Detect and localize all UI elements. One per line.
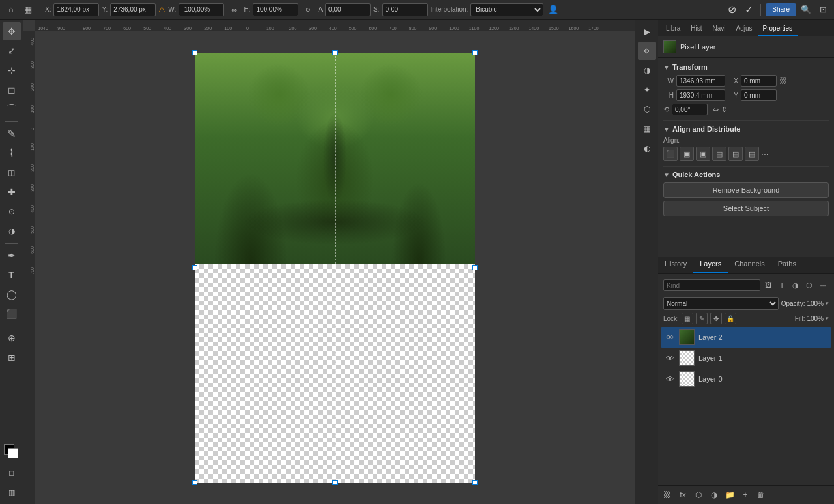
person-button[interactable]: 👤 — [546, 3, 560, 17]
lock-pixels-btn[interactable]: ▦ — [682, 313, 693, 324]
paths-tab[interactable]: Paths — [771, 257, 803, 273]
align-header[interactable]: ▼ Align and Distribute — [663, 125, 829, 133]
transform-header[interactable]: ▼ Transform — [663, 63, 829, 71]
angle-input[interactable]: 0,00 — [328, 6, 367, 13]
confirm-button[interactable]: ✓ — [741, 3, 756, 17]
width-input[interactable]: 1346,93 mm — [676, 75, 725, 87]
handle-tm[interactable] — [332, 50, 338, 55]
text-tool[interactable]: T — [3, 266, 21, 284]
fill-tool[interactable]: ⬛ — [3, 305, 21, 323]
layer1-visibility-icon[interactable]: 👁 — [665, 354, 675, 363]
delete-layer-btn[interactable]: 🗑 — [755, 488, 768, 501]
clone-tool[interactable]: ⊙ — [3, 203, 21, 221]
chain-icon[interactable]: ⛓ — [779, 76, 787, 85]
handle-ml[interactable] — [192, 265, 197, 270]
crop-tool[interactable]: ⊹ — [3, 61, 21, 79]
lock-paint-btn[interactable]: ✎ — [696, 313, 708, 324]
y-prop-input[interactable]: 0 mm — [741, 89, 777, 101]
fx-btn[interactable]: fx — [676, 488, 689, 501]
search-button[interactable]: 🔍 — [799, 3, 813, 17]
styles-btn[interactable]: ◐ — [638, 139, 656, 158]
expand-tool[interactable]: ⊞ — [3, 348, 21, 367]
layers-tab[interactable]: Layers — [693, 257, 728, 273]
flip-h-icon[interactable]: ⇔ — [713, 105, 719, 114]
constrain-button[interactable]: ⊙ — [301, 3, 315, 17]
home-button[interactable]: ⌂ — [4, 3, 18, 17]
eraser-tool[interactable]: ◫ — [3, 163, 21, 182]
group-btn[interactable]: 📁 — [723, 488, 736, 501]
layer-item-layer1[interactable]: 👁 Layer 1 — [661, 348, 831, 369]
new-layer-btn[interactable]: + — [739, 488, 752, 501]
flip-v-icon[interactable]: ⇕ — [721, 105, 727, 114]
handle-bl[interactable] — [192, 480, 197, 485]
x-prop-input[interactable]: 0 mm — [741, 75, 777, 87]
handle-br[interactable] — [472, 480, 478, 485]
link-layers-btn[interactable]: ⛓ — [661, 488, 674, 501]
layer-item-layer0[interactable]: 👁 Layer 0 — [661, 369, 831, 389]
align-more-btn[interactable]: ··· — [761, 147, 769, 161]
opacity-dropdown-icon[interactable]: ▾ — [826, 300, 829, 307]
selection-tool[interactable]: ◻ — [3, 81, 21, 99]
select-subject-button[interactable]: Select Subject — [663, 201, 829, 216]
layer0-visibility-icon[interactable]: 👁 — [665, 374, 675, 384]
handle-bm[interactable] — [332, 480, 338, 485]
new-pixel-btn[interactable]: 🖼 — [762, 279, 774, 291]
link-button[interactable]: ∞ — [227, 3, 241, 17]
mask-layer-btn[interactable]: ⬡ — [803, 279, 815, 291]
y-input[interactable]: 2736,00 px — [113, 6, 152, 13]
channels-tab[interactable]: Channels — [728, 257, 771, 273]
zoom-tool[interactable]: ⊕ — [3, 329, 21, 347]
tab-properties[interactable]: Properties — [758, 22, 798, 36]
shear-input[interactable]: 0,00 — [386, 6, 425, 13]
canvas-area[interactable]: -1040 -900 -800 -700 -600 -500 -400 -300… — [23, 20, 635, 504]
move-tool[interactable]: ✥ — [3, 22, 21, 40]
adjustment-layer-btn[interactable]: ◑ — [790, 279, 801, 291]
handle-mr[interactable] — [472, 265, 478, 270]
history-tab[interactable]: History — [658, 257, 693, 273]
fullscreen-button[interactable]: ⊡ — [816, 3, 830, 17]
quick-mask[interactable]: ▥ — [3, 483, 21, 501]
quick-actions-header[interactable]: ▼ Quick Actions — [663, 171, 829, 178]
x-input[interactable]: 1824,00 px — [57, 6, 96, 13]
view-toggle-btn[interactable]: ▶ — [638, 22, 656, 40]
layer2-visibility-icon[interactable]: 👁 — [665, 333, 675, 343]
swatches-btn[interactable]: ▦ — [638, 120, 656, 138]
view-mode-toggle[interactable]: ◻ — [3, 464, 21, 482]
remove-background-button[interactable]: Remove Background — [663, 182, 829, 198]
handle-tr[interactable] — [472, 50, 478, 55]
tab-navi[interactable]: Navi — [707, 22, 730, 36]
h-input[interactable]: 100,00% — [256, 6, 295, 13]
angle-prop-input[interactable]: 0,00° — [672, 104, 708, 115]
cancel-button[interactable]: ⊘ — [725, 3, 739, 17]
pixel-btn[interactable]: ⬡ — [638, 100, 656, 119]
background-color[interactable] — [8, 448, 18, 458]
w-input[interactable]: -100,00% — [182, 6, 221, 13]
persona-button[interactable]: ▦ — [21, 3, 35, 17]
more-layers-btn[interactable]: ··· — [817, 279, 829, 291]
text-layer-btn[interactable]: T — [776, 279, 788, 291]
heal-tool[interactable]: ✚ — [3, 183, 21, 201]
layers-search-input[interactable] — [667, 282, 706, 289]
adjustments-btn[interactable]: ◑ — [638, 61, 656, 79]
dodge-tool[interactable]: ◑ — [3, 222, 21, 240]
height-input[interactable]: 1930,4 mm — [676, 89, 725, 101]
transform-tool[interactable]: ⤢ — [3, 42, 21, 60]
fill-dropdown-icon[interactable]: ▾ — [826, 315, 829, 322]
canvas-container[interactable] — [35, 31, 635, 504]
handle-tl[interactable] — [192, 50, 197, 55]
align-bottom-btn[interactable]: ▤ — [745, 147, 759, 161]
properties-btn[interactable]: ⚙ — [638, 42, 656, 60]
lock-all-btn[interactable]: 🔒 — [725, 313, 736, 324]
shape-tool[interactable]: ◯ — [3, 285, 21, 303]
tab-adjus[interactable]: Adjus — [731, 22, 758, 36]
share-button[interactable]: Share — [766, 3, 796, 16]
paint-tool[interactable]: ✎ — [3, 124, 21, 143]
layer-item-layer2[interactable]: 👁 Layer 2 — [661, 327, 831, 348]
mask-btn[interactable]: ⬡ — [692, 488, 705, 501]
align-left-btn[interactable]: ⬛ — [663, 147, 678, 161]
align-center-h-btn[interactable]: ▣ — [680, 147, 694, 161]
align-right-btn[interactable]: ▣ — [696, 147, 710, 161]
brush-tool[interactable]: ⌇ — [3, 144, 21, 162]
effects-btn[interactable]: ✦ — [638, 81, 656, 99]
align-top-btn[interactable]: ▤ — [712, 147, 726, 161]
